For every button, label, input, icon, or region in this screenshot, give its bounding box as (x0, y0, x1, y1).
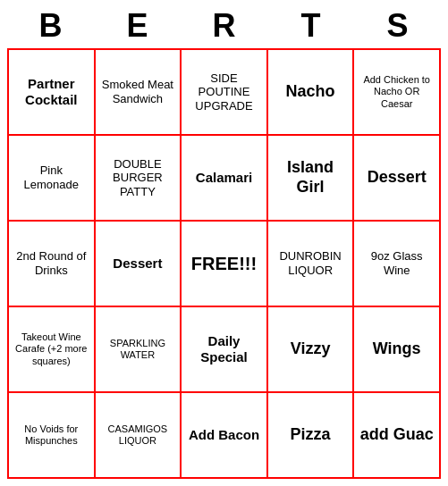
bingo-cell-10[interactable]: 2nd Round of Drinks (9, 222, 96, 307)
bingo-cell-13[interactable]: DUNROBIN LIQUOR (268, 222, 355, 307)
bingo-cell-2[interactable]: SIDE POUTINE UPGRADE (182, 50, 268, 136)
bingo-cell-8[interactable]: Island Girl (268, 136, 355, 222)
bingo-cell-17[interactable]: Daily Special (182, 307, 268, 393)
bingo-cell-23[interactable]: Pizza (268, 393, 355, 479)
bingo-cell-3[interactable]: Nacho (268, 50, 355, 136)
header-letter-b: B (7, 7, 94, 45)
bingo-cell-22[interactable]: Add Bacon (182, 393, 268, 479)
bingo-cell-24[interactable]: add Guac (354, 393, 441, 479)
header-letter-s: S (354, 7, 441, 45)
bingo-cell-0[interactable]: Partner Cocktail (9, 50, 96, 136)
bingo-cell-7[interactable]: Calamari (182, 136, 268, 222)
bingo-cell-20[interactable]: No Voids for Mispunches (9, 393, 96, 479)
bingo-cell-16[interactable]: SPARKLING WATER (96, 307, 182, 393)
header-letter-e: E (94, 7, 181, 45)
bingo-cell-18[interactable]: Vizzy (268, 307, 355, 393)
bingo-grid: Partner CocktailSmoked Meat SandwichSIDE… (7, 48, 441, 479)
bingo-cell-19[interactable]: Wings (354, 307, 441, 393)
bingo-cell-4[interactable]: Add Chicken to Nacho OR Caesar (354, 50, 441, 136)
bingo-cell-11[interactable]: Dessert (96, 222, 182, 307)
bingo-cell-14[interactable]: 9oz Glass Wine (354, 222, 441, 307)
bingo-cell-21[interactable]: CASAMIGOS LIQUOR (96, 393, 182, 479)
bingo-cell-6[interactable]: DOUBLE BURGER PATTY (96, 136, 182, 222)
header-letter-t: T (267, 7, 354, 45)
bingo-cell-5[interactable]: Pink Lemonade (9, 136, 96, 222)
header-letter-r: R (181, 7, 267, 45)
header-row: B E R T S (7, 7, 441, 45)
bingo-cell-1[interactable]: Smoked Meat Sandwich (96, 50, 182, 136)
bingo-cell-9[interactable]: Dessert (354, 136, 441, 222)
bingo-cell-15[interactable]: Takeout Wine Carafe (+2 more squares) (9, 307, 96, 393)
bingo-cell-12[interactable]: FREE!!! (182, 222, 268, 307)
